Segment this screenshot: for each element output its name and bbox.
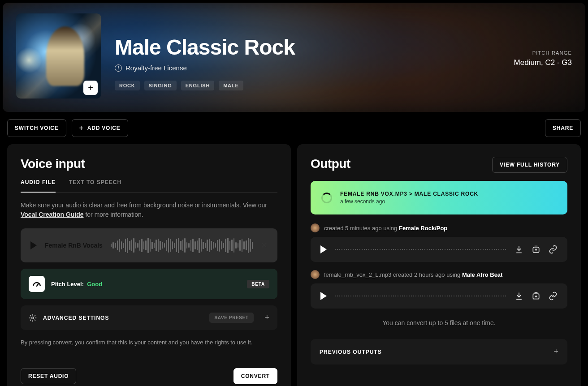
previous-outputs-row[interactable]: PREVIOUS OUTPUTS + — [311, 339, 567, 365]
audio-file-name: Female RnB Vocals — [45, 242, 103, 249]
plus-icon: + — [553, 347, 558, 356]
tag[interactable]: MALE — [219, 81, 243, 90]
play-icon[interactable] — [320, 292, 327, 300]
output-entry: created 5 minutes ago using Female Rock/… — [311, 223, 567, 262]
license-row: i Royalty-free License — [115, 64, 295, 72]
waveform[interactable] — [111, 236, 253, 254]
output-entry: female_rnb_vox_2_L.mp3 created 2 hours a… — [311, 270, 567, 309]
output-panel: Output VIEW FULL HISTORY FEMALE RNB VOX.… — [297, 144, 581, 386]
save-preset-button[interactable]: SAVE PRESET — [209, 313, 254, 323]
share-button[interactable]: SHARE — [545, 119, 581, 137]
audio-player — [311, 237, 567, 262]
play-icon[interactable] — [30, 241, 37, 249]
tag-list: ROCK SINGING ENGLISH MALE — [115, 81, 295, 90]
switch-voice-button[interactable]: SWITCH VOICE — [7, 119, 66, 137]
processing-time: a few seconds ago — [340, 198, 478, 205]
audio-file-box: Female RnB Vocals ✕ — [21, 228, 277, 262]
entry-meta: female_rnb_vox_2_L.mp3 created 2 hours a… — [311, 270, 567, 279]
download-icon[interactable] — [514, 292, 523, 300]
disclaimer-text: By pressing convert, you confirm that th… — [21, 339, 277, 346]
beta-badge: BETA — [247, 280, 269, 288]
download-icon[interactable] — [514, 245, 523, 254]
license-text: Royalty-free License — [125, 64, 187, 72]
previous-outputs-label: PREVIOUS OUTPUTS — [320, 349, 382, 355]
input-title: Voice input — [21, 157, 277, 171]
add-thumbnail-button[interactable]: + — [83, 81, 98, 95]
add-to-library-icon[interactable] — [532, 245, 540, 254]
tag[interactable]: SINGING — [144, 81, 177, 90]
convert-limit-note: You can convert up to 5 files at one tim… — [311, 319, 567, 326]
link-icon[interactable] — [549, 245, 558, 254]
voice-hero: + Male Classic Rock i Royalty-free Licen… — [3, 3, 585, 112]
advanced-settings-row[interactable]: ADVANCED SETTINGS SAVE PRESET + — [21, 305, 277, 330]
pitch-range-value: Medium, C2 - G3 — [514, 58, 572, 67]
pitch-level-label: Pitch Level: Good — [51, 281, 102, 287]
pitch-level-box: Pitch Level: Good BETA — [21, 269, 277, 299]
view-full-history-button[interactable]: VIEW FULL HISTORY — [492, 157, 567, 173]
avatar — [311, 223, 320, 232]
plus-icon[interactable]: + — [264, 313, 269, 322]
plus-icon: + — [79, 124, 84, 132]
input-tabs: AUDIO FILE TEXT TO SPEECH — [21, 179, 277, 193]
entry-meta: created 5 minutes ago using Female Rock/… — [311, 223, 567, 232]
processing-card: FEMALE RNB VOX.MP3 > MALE CLASSIC ROCK a… — [311, 181, 567, 214]
info-icon[interactable]: i — [115, 64, 122, 72]
voice-input-panel: Voice input AUDIO FILE TEXT TO SPEECH Ma… — [7, 144, 291, 386]
svg-line-0 — [37, 283, 39, 286]
avatar — [311, 270, 320, 279]
gauge-icon — [29, 276, 45, 292]
audio-player — [311, 283, 567, 309]
help-text: Make sure your audio is clear and free f… — [21, 201, 277, 219]
convert-button[interactable]: CONVERT — [233, 368, 277, 384]
spinner-icon — [321, 193, 332, 203]
gear-icon — [29, 314, 37, 322]
reset-audio-button[interactable]: RESET AUDIO — [21, 368, 76, 384]
vocal-guide-link[interactable]: Vocal Creation Guide — [21, 211, 84, 218]
close-icon[interactable]: ✕ — [261, 240, 268, 250]
add-to-library-icon[interactable] — [532, 292, 540, 300]
advanced-settings-label: ADVANCED SETTINGS — [43, 315, 109, 321]
tab-text-to-speech[interactable]: TEXT TO SPEECH — [69, 179, 121, 193]
play-icon[interactable] — [320, 245, 327, 253]
tab-audio-file[interactable]: AUDIO FILE — [21, 179, 56, 193]
action-row: SWITCH VOICE + ADD VOICE SHARE — [3, 119, 585, 137]
pitch-range-label: PITCH RANGE — [514, 50, 572, 56]
voice-thumbnail: + — [16, 13, 101, 99]
add-voice-button[interactable]: + ADD VOICE — [72, 119, 128, 137]
plus-icon: + — [88, 83, 93, 93]
output-title: Output — [311, 157, 350, 171]
tag[interactable]: ROCK — [115, 81, 140, 90]
player-track[interactable] — [335, 249, 506, 250]
processing-title: FEMALE RNB VOX.MP3 > MALE CLASSIC ROCK — [340, 191, 478, 197]
player-track[interactable] — [335, 296, 506, 296]
link-icon[interactable] — [549, 292, 558, 300]
voice-title: Male Classic Rock — [115, 35, 295, 60]
tag[interactable]: ENGLISH — [181, 81, 215, 90]
svg-point-1 — [32, 317, 34, 319]
